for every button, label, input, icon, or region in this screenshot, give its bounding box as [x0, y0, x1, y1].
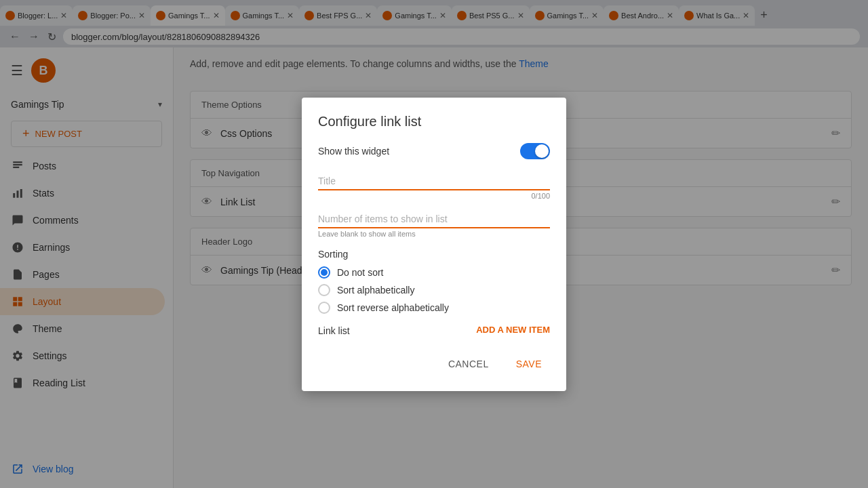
radio-sort-alpha[interactable]: Sort alphabetically — [318, 284, 550, 296]
items-count-field-group: Leave blank to show all items — [318, 211, 550, 238]
radio-dot-do-not-sort — [321, 269, 328, 276]
sorting-label: Sorting — [318, 249, 550, 260]
modal-overlay: Configure link list Show this widget 0/1… — [0, 0, 868, 488]
toggle-knob — [535, 144, 549, 158]
link-list-section: Link list ADD A NEW ITEM — [318, 325, 550, 337]
radio-label-sort-reverse: Sort reverse alphabetically — [337, 302, 449, 313]
configure-link-list-modal: Configure link list Show this widget 0/1… — [302, 98, 566, 391]
modal-actions: CANCEL SAVE — [318, 353, 550, 375]
radio-label-sort-alpha: Sort alphabetically — [337, 285, 414, 296]
title-input[interactable] — [318, 173, 550, 190]
show-widget-label: Show this widget — [318, 146, 389, 157]
show-widget-row: Show this widget — [318, 143, 550, 159]
radio-label-do-not-sort: Do not sort — [337, 267, 383, 278]
link-list-section-label: Link list — [318, 325, 350, 336]
radio-circle-do-not-sort — [318, 266, 330, 279]
save-button[interactable]: SAVE — [508, 353, 550, 375]
radio-circle-sort-alpha — [318, 284, 330, 296]
title-field-group: 0/100 — [318, 173, 550, 200]
radio-do-not-sort[interactable]: Do not sort — [318, 266, 550, 279]
show-widget-toggle[interactable] — [520, 143, 550, 159]
add-new-item-button[interactable]: ADD A NEW ITEM — [476, 325, 550, 335]
modal-title: Configure link list — [318, 114, 550, 129]
char-count: 0/100 — [318, 192, 550, 200]
radio-sort-reverse-alpha[interactable]: Sort reverse alphabetically — [318, 302, 550, 314]
radio-circle-sort-reverse — [318, 302, 330, 314]
sorting-section: Sorting Do not sort Sort alphabetically … — [318, 249, 550, 314]
items-field-subtitle: Leave blank to show all items — [318, 230, 550, 238]
cancel-button[interactable]: CANCEL — [440, 353, 497, 375]
items-count-input[interactable] — [318, 211, 550, 228]
